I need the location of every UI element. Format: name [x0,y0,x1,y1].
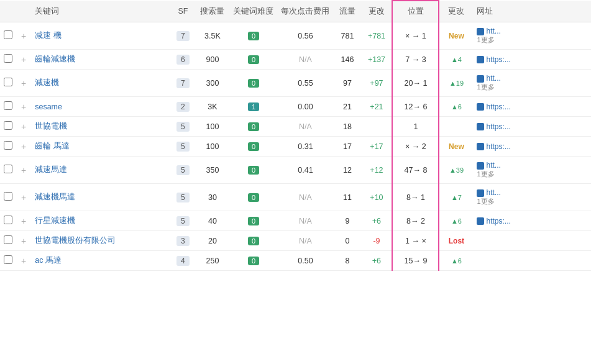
traffic-cell: 8 [333,251,361,271]
sf-badge: 5 [176,142,190,152]
add-keyword-button[interactable]: + [20,216,27,226]
row-checkbox[interactable] [4,255,12,264]
keyword-link[interactable]: 減速機 [35,78,59,87]
url-link[interactable]: https:... [486,55,510,64]
table-row: +世協電機51000N/A181https:... [0,117,591,137]
keyword-link[interactable]: 減速馬達 [35,165,67,174]
sf-badge: 5 [176,122,190,132]
url-more: 1更多 [477,197,587,206]
change-cell: +781 [361,22,392,50]
table-row: +減速馬達535000.4112+1247→ 8▲39htt...1更多 [0,157,591,184]
kd-badge: 0 [248,32,259,40]
row-checkbox[interactable] [4,101,12,110]
cpc-cell: N/A [277,211,333,231]
add-keyword-button[interactable]: + [20,122,27,132]
url-link[interactable]: https:... [486,217,510,225]
url-link[interactable]: htt... [486,27,500,35]
add-keyword-button[interactable]: + [20,31,27,41]
keyword-link[interactable]: 減速機馬達 [35,193,75,201]
url-link[interactable]: https:... [486,122,510,131]
url-cell: htt...1更多 [473,184,591,211]
keyword-link[interactable]: sesame [35,102,62,111]
keyword-link[interactable]: 世協電機股份有限公司 [35,236,116,245]
add-keyword-button[interactable]: + [20,256,27,266]
traffic-cell: 21 [333,97,361,117]
row-checkbox[interactable] [4,141,12,150]
cpc-cell: 0.50 [277,251,333,271]
url-icon [477,217,484,225]
header-change1: 更改 [361,1,392,22]
keyword-link[interactable]: 行星減速機 [35,216,75,225]
pos-change-cell: ▲6 [439,97,473,117]
search-volume: 20 [195,231,229,251]
position-cell: 20→ 1 [392,70,439,97]
row-checkbox[interactable] [4,192,12,201]
url-link[interactable]: htt... [486,161,500,170]
cpc-cell: N/A [277,50,333,70]
kd-cell: 0 [229,231,277,251]
search-volume: 3.5K [195,22,229,50]
url-icon [477,143,484,150]
url-icon [477,75,484,83]
table-row: +齒輪減速機69000N/A146+1377 → 3▲4https:... [0,50,591,70]
pos-change-cell: ▲6 [439,251,473,271]
row-checkbox[interactable] [4,216,12,224]
row-checkbox[interactable] [4,54,12,63]
keyword-link[interactable]: ac 馬達 [35,256,62,265]
position-cell: 8→ 1 [392,184,439,211]
add-keyword-button[interactable]: + [20,236,27,246]
row-checkbox[interactable] [4,121,12,130]
url-link[interactable]: https:... [486,102,510,111]
kd-cell: 0 [229,251,277,271]
kd-badge: 0 [248,166,259,175]
sf-badge: 3 [176,236,190,246]
traffic-cell: 18 [333,117,361,137]
row-checkbox[interactable] [4,78,12,86]
search-volume: 350 [195,157,229,184]
row-checkbox[interactable] [4,165,12,173]
kd-cell: 1 [229,97,277,117]
add-keyword-button[interactable]: + [20,193,27,202]
table-row: +行星減速機5400N/A9+68→ 2▲6https:... [0,211,591,231]
change-cell: +97 [361,70,392,97]
add-keyword-button[interactable]: + [20,165,27,175]
pos-change-cell: ▲7 [439,184,473,211]
cpc-cell: 0.31 [277,137,333,157]
change-cell: +21 [361,97,392,117]
keyword-link[interactable]: 齒輪減速機 [35,55,75,63]
url-icon [477,162,484,170]
row-checkbox[interactable] [4,30,12,39]
kd-badge: 1 [248,102,259,111]
table-row: +ac 馬達425000.508+615→ 9▲6 [0,251,591,271]
table-row: +减速 機73.5K00.56781+781× → 1Newhtt...1更多 [0,22,591,50]
keyword-link[interactable]: 减速 機 [35,31,61,40]
kd-badge: 0 [248,55,259,64]
sf-badge: 7 [176,31,190,41]
url-icon [477,56,484,63]
add-keyword-button[interactable]: + [20,142,27,152]
search-volume: 900 [195,50,229,70]
pos-change-cell [439,117,473,137]
url-link[interactable]: htt... [486,188,500,197]
add-keyword-button[interactable]: + [20,102,27,112]
row-checkbox[interactable] [4,235,12,244]
url-cell: https:... [473,50,591,70]
add-keyword-button[interactable]: + [20,78,27,88]
main-table-container: 关键词 SF 搜索量 关键词难度 每次点击费用 流量 更改 位置 更改 网址 +… [0,0,591,271]
add-keyword-button[interactable]: + [20,55,27,65]
header-traffic: 流量 [333,1,361,22]
position-cell: 12→ 6 [392,97,439,117]
position-cell: 15→ 9 [392,251,439,271]
cpc-cell: 0.56 [277,22,333,50]
position-cell: 8→ 2 [392,211,439,231]
kd-badge: 0 [248,237,259,245]
pos-change-cell: ▲4 [439,50,473,70]
url-icon [477,28,484,35]
url-link[interactable]: htt... [486,74,500,83]
url-link[interactable]: https:... [486,142,510,151]
url-icon [477,123,484,130]
url-cell: htt...1更多 [473,157,591,184]
keyword-link[interactable]: 齒輪 馬達 [35,142,69,150]
keyword-link[interactable]: 世協電機 [35,122,67,130]
traffic-cell: 17 [333,137,361,157]
